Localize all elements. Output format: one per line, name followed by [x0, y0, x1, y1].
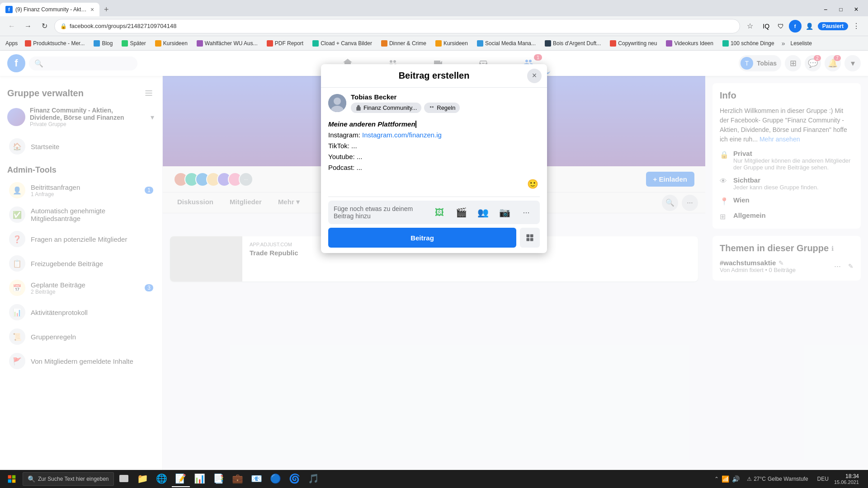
group-chip-text: Finanz Community... [363, 104, 417, 111]
bookmark-icon [610, 40, 616, 47]
bookmark-item[interactable]: Bois d'Argent Duft... [541, 39, 604, 47]
new-tab-button[interactable]: + [99, 3, 113, 16]
taskview-icon [119, 475, 128, 482]
taskbar-right: ⌃ 📶 🔊 ⚠ 27°C Gelbe Warnstufe DEU 18:34 1… [714, 473, 866, 485]
taskbar-app-chrome[interactable]: 🔵 [267, 471, 285, 487]
modal-title: Beitrag erstellen [399, 70, 470, 81]
language-indicator: DEU [816, 476, 830, 482]
extension-shield-button[interactable]: 🛡 [774, 20, 787, 33]
close-window-button[interactable]: × [850, 3, 863, 16]
reload-button[interactable]: ↻ [38, 20, 51, 33]
taskbar-app-explorer[interactable]: 📁 [134, 471, 152, 487]
bookmark-label: Kursideen [443, 40, 468, 47]
word-icon: 📝 [175, 473, 186, 484]
submit-post-button[interactable]: Beitrag [328, 228, 516, 248]
address-bar[interactable]: 🔒 facebook.com/groups/214827109704148 [54, 19, 740, 33]
taskbar-search-icon: 🔍 [28, 475, 35, 483]
bookmark-item[interactable]: Dinner & Crime [377, 39, 430, 47]
clock-widget[interactable]: 18:34 15.06.2021 [834, 473, 859, 485]
bookmark-label: Dinner & Crime [389, 40, 426, 47]
regeln-chip-text: Regeln [437, 104, 455, 111]
extension-user-button[interactable]: 👤 [803, 20, 816, 33]
taskbar-search-text: Zur Suche Text hier eingeben [38, 476, 109, 482]
bookmark-label: Produktsuche - Mer... [33, 40, 85, 47]
bookmark-icon [155, 40, 161, 47]
bookmark-icon [666, 40, 672, 47]
bookmark-item[interactable]: Blog [90, 39, 116, 47]
taskbar-app-outlook[interactable]: 📧 [248, 471, 266, 487]
emoji-button[interactable]: 🙂 [525, 177, 540, 191]
weather-widget[interactable]: ⚠ 27°C Gelbe Warnstufe [743, 476, 811, 482]
extension-iq-button[interactable]: IQ [760, 20, 773, 33]
regeln-chip[interactable]: Regeln [424, 103, 460, 113]
bookmark-star-button[interactable]: ☆ [744, 20, 756, 33]
tab-title: (9) Finanz Community - Aktien,... [15, 6, 88, 13]
svg-rect-12 [8, 479, 12, 483]
start-button[interactable] [2, 471, 22, 487]
bookmark-icon [722, 40, 729, 47]
bookmark-item[interactable]: Produktsuche - Mer... [21, 39, 88, 47]
modal-text-area[interactable]: Meine anderen Plattformen Instagram: Ins… [328, 118, 540, 193]
format-button[interactable] [520, 228, 540, 248]
modal-post-title: Meine anderen Plattformen [328, 120, 540, 128]
taskbar-app-teams[interactable]: 💼 [229, 471, 247, 487]
bookmark-label: Bois d'Argent Duft... [553, 40, 601, 47]
powerpoint-icon: 📑 [213, 473, 224, 484]
add-to-post-row: Füge noch etwas zu deinem Beitrag hinzu … [328, 201, 540, 224]
bookmark-icon [435, 40, 442, 47]
svg-rect-6 [527, 235, 530, 238]
more-options-button[interactable]: ⋮ [850, 20, 863, 33]
forward-button[interactable]: → [22, 20, 34, 33]
tab-close-button[interactable]: × [90, 6, 94, 13]
bookmark-label: Videokurs Ideen [674, 40, 713, 47]
taskbar-search-bar[interactable]: 🔍 Zur Suche Text hier eingeben [23, 472, 114, 486]
taskbar-app-misc[interactable]: 🎵 [305, 471, 323, 487]
bookmark-item[interactable]: Videokurs Ideen [662, 39, 717, 47]
bookmark-item[interactable]: Copywriting neu [606, 39, 660, 47]
instagram-link[interactable]: Instagram.com/finanzen.ig [362, 131, 442, 139]
maximize-button[interactable]: □ [835, 3, 847, 16]
bookmark-icon [381, 40, 387, 47]
back-button[interactable]: ← [5, 20, 18, 33]
svg-rect-7 [530, 235, 533, 238]
excel-icon: 📊 [194, 473, 205, 484]
modal-close-button[interactable]: × [527, 69, 542, 83]
add-photo-button[interactable]: 🖼 [431, 204, 448, 221]
group-chip[interactable]: Finanz Community... [351, 103, 421, 113]
bookmark-item[interactable]: Social Media Mana... [473, 39, 539, 47]
bookmark-item[interactable]: Kursideen [151, 39, 191, 47]
taskbar-app-powerpoint[interactable]: 📑 [210, 471, 228, 487]
add-more-button[interactable]: ··· [518, 204, 534, 221]
bookmark-label: Später [130, 40, 146, 47]
post-line-instagram: Instagram: Instagram.com/finanzen.ig [328, 130, 540, 141]
systray-volume-icon[interactable]: 🔊 [732, 475, 740, 483]
bookmark-item[interactable]: 100 schöne Dinge [719, 39, 778, 47]
taskbar-app-edge2[interactable]: 🌀 [286, 471, 304, 487]
bookmark-item[interactable]: PDF Report [263, 39, 307, 47]
bookmark-item[interactable]: Später [118, 39, 149, 47]
bookmark-label: Kursideen [163, 40, 188, 47]
taskbar-app-taskview[interactable] [115, 471, 133, 487]
pausiert-button[interactable]: Pausiert [818, 22, 848, 30]
bookmark-leseliste[interactable]: Leseliste [787, 39, 815, 47]
modal-user-chips: Finanz Community... Regeln [351, 103, 460, 113]
taskbar-app-excel[interactable]: 📊 [191, 471, 209, 487]
bookmarks-more-button[interactable]: » [782, 40, 785, 47]
taskbar-app-word[interactable]: 📝 [172, 471, 190, 487]
bookmark-item[interactable]: Cload + Canva Bilder [309, 39, 376, 47]
add-video-button[interactable]: 🎬 [453, 204, 469, 221]
bookmark-item[interactable]: Wahlfächer WU Aus... [193, 39, 261, 47]
bookmark-item[interactable]: Kursideen [432, 39, 472, 47]
minimize-button[interactable]: − [819, 3, 832, 16]
systray-up-arrow[interactable]: ⌃ [714, 476, 719, 482]
add-person-button[interactable]: 👥 [475, 204, 491, 221]
modal-submit-row: Beitrag [328, 228, 540, 248]
add-camera-button[interactable]: 📷 [496, 204, 513, 221]
taskbar-app-edge[interactable]: 🌐 [153, 471, 171, 487]
bookmark-label: Wahlfächer WU Aus... [205, 40, 258, 47]
chrome-icon: 🔵 [270, 473, 281, 484]
extension-fb-button[interactable]: f [789, 20, 802, 33]
svg-rect-8 [527, 238, 530, 241]
svg-rect-10 [8, 475, 12, 479]
active-tab[interactable]: f (9) Finanz Community - Aktien,... × [0, 3, 99, 16]
